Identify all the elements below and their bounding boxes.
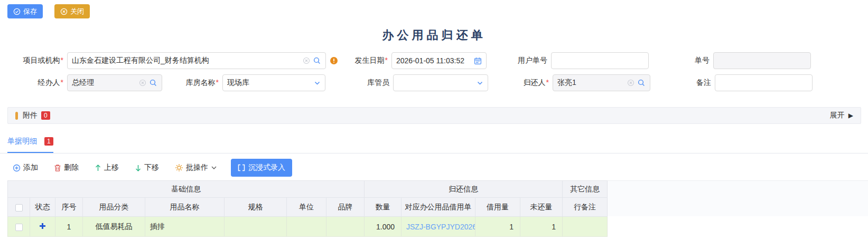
close-button[interactable]: 关闭	[54, 4, 90, 18]
handler-input[interactable]: 总经理	[67, 74, 162, 91]
col-qty: 数量	[365, 198, 402, 217]
row-status-cell	[30, 217, 55, 237]
order-no-label: 单号	[649, 56, 713, 65]
project-label: 项目或机构*	[0, 56, 67, 65]
row-category[interactable]: 低值易耗品	[83, 217, 145, 237]
triangle-right-icon: ▶	[848, 112, 853, 119]
batch-operations-label: 批操作	[186, 163, 208, 172]
user-no-label: 用户单号	[487, 56, 551, 65]
x-circle-icon	[60, 8, 68, 15]
expand-label: 展开	[830, 111, 845, 120]
col-brand: 品牌	[326, 198, 365, 217]
table-group-header-row: 基础信息 归还信息 其它信息	[8, 181, 608, 198]
move-up-label: 上移	[104, 163, 119, 172]
col-borrow-qty: 借用量	[475, 198, 520, 217]
move-up-button[interactable]: 上移	[95, 163, 119, 172]
add-row-label: 添加	[23, 163, 38, 172]
office-supplies-return-form-page: 保存 关闭 办公用品归还单 项目或机构* 山东金石建设工程有限公司_财务结算机构	[0, 0, 868, 250]
col-unit: 单位	[287, 198, 326, 217]
attachment-count-badge: 0	[41, 111, 50, 120]
form-row-1: 项目或机构* 山东金石建设工程有限公司_财务结算机构 发生日期* 2026-01…	[0, 52, 868, 69]
detail-tabs: 单据明细 1	[0, 137, 868, 153]
date-input[interactable]: 2026-01-05 11:03:52	[391, 52, 487, 69]
plus-status-icon[interactable]	[39, 223, 46, 229]
returner-value: 张亮1	[557, 78, 624, 88]
remark-input[interactable]	[715, 74, 813, 91]
handler-label: 经办人*	[0, 78, 67, 88]
project-input[interactable]: 山东金石建设工程有限公司_财务结算机构	[67, 52, 326, 69]
check-circle-icon	[13, 8, 21, 15]
arrow-down-icon	[135, 164, 142, 172]
row-checkbox-cell	[8, 217, 30, 237]
arrow-up-icon	[95, 164, 101, 172]
calendar-icon[interactable]	[474, 57, 482, 65]
table-column-header-row: 状态 序号 用品分类 用品名称 规格 单位 品牌 数量 对应办公用品借用单 借用…	[8, 198, 608, 217]
info-icon[interactable]	[330, 56, 338, 65]
row-spec[interactable]	[225, 217, 287, 237]
row-brand[interactable]	[326, 217, 365, 237]
add-row-button[interactable]: 添加	[13, 163, 38, 172]
immersive-entry-button[interactable]: 沉浸式录入	[231, 159, 292, 177]
detail-table-wrap: 基础信息 归还信息 其它信息 状态 序号 用品分类 用品名称 规格 单位 品牌 …	[7, 180, 868, 237]
remark-label: 备注	[650, 78, 715, 88]
clear-icon[interactable]	[303, 57, 310, 64]
plus-circle-icon	[13, 164, 21, 172]
col-name: 用品名称	[145, 198, 225, 217]
clear-icon[interactable]	[139, 79, 146, 86]
col-spec: 规格	[225, 198, 287, 217]
select-all-checkbox-cell	[8, 198, 30, 217]
search-icon[interactable]	[637, 79, 646, 87]
move-down-button[interactable]: 下移	[135, 163, 159, 172]
select-all-checkbox[interactable]	[15, 204, 23, 211]
table-header-filler	[608, 180, 868, 216]
row-seq: 1	[55, 217, 83, 237]
col-borrow-order: 对应办公用品借用单	[402, 198, 475, 217]
form-row-2: 经办人* 总经理 库房名称* 现场库 库管员	[0, 74, 868, 91]
search-icon[interactable]	[313, 56, 321, 65]
attachment-label: 附件	[23, 111, 38, 120]
row-name[interactable]: 插排	[145, 217, 225, 237]
save-button[interactable]: 保存	[7, 4, 43, 18]
top-action-bar: 保存 关闭	[0, 0, 868, 18]
row-unit[interactable]	[287, 217, 326, 237]
immersive-entry-label: 沉浸式录入	[248, 163, 285, 172]
batch-operations-button[interactable]: 批操作	[175, 163, 217, 172]
save-button-label: 保存	[23, 7, 37, 16]
brackets-icon	[238, 164, 245, 171]
tab-detail-count-badge: 1	[44, 137, 53, 146]
tab-detail[interactable]: 单据明细 1	[7, 137, 53, 153]
search-icon[interactable]	[149, 79, 157, 87]
chevron-down-icon[interactable]	[314, 80, 321, 86]
row-borrow-order-link[interactable]: JSZJ-BGYPJYD20260	[402, 217, 475, 237]
col-unreturned-qty: 未还量	[520, 198, 563, 217]
date-value: 2026-01-05 11:03:52	[396, 56, 471, 65]
header-form: 项目或机构* 山东金石建设工程有限公司_财务结算机构 发生日期* 2026-01…	[0, 52, 868, 91]
row-checkbox[interactable]	[15, 224, 23, 231]
clear-icon[interactable]	[627, 79, 634, 86]
col-category: 用品分类	[83, 198, 145, 217]
expand-toggle[interactable]: 展开 ▶	[830, 111, 853, 120]
chevron-down-icon[interactable]	[477, 80, 483, 86]
row-remark[interactable]	[563, 217, 608, 237]
user-no-input[interactable]	[551, 52, 649, 69]
tab-detail-label: 单据明细	[7, 137, 37, 146]
keeper-label: 库管员	[325, 78, 393, 88]
chevron-down-icon	[211, 165, 217, 171]
warehouse-value: 现场库	[227, 78, 311, 88]
gear-icon	[175, 164, 183, 172]
delete-row-label: 删除	[64, 163, 79, 172]
row-qty[interactable]: 1.000	[365, 217, 402, 237]
row-borrow-qty: 1	[475, 217, 520, 237]
detail-toolbar: 添加 删除 上移 下移 批操作	[13, 158, 868, 177]
delete-row-button[interactable]: 删除	[54, 163, 79, 172]
move-down-label: 下移	[144, 163, 159, 172]
returner-input[interactable]: 张亮1	[553, 74, 650, 91]
group-basic-info: 基础信息	[8, 181, 365, 198]
order-no-input	[713, 52, 811, 69]
table-row[interactable]: 1 低值易耗品 插排 1.000 JSZJ-BGYPJYD20260 1 1	[8, 217, 608, 237]
group-return-info: 归还信息	[365, 181, 563, 198]
detail-table: 基础信息 归还信息 其它信息 状态 序号 用品分类 用品名称 规格 单位 品牌 …	[7, 180, 608, 237]
warehouse-select[interactable]: 现场库	[222, 74, 325, 91]
keeper-select[interactable]	[393, 74, 488, 91]
row-unreturned-qty: 1	[520, 217, 563, 237]
